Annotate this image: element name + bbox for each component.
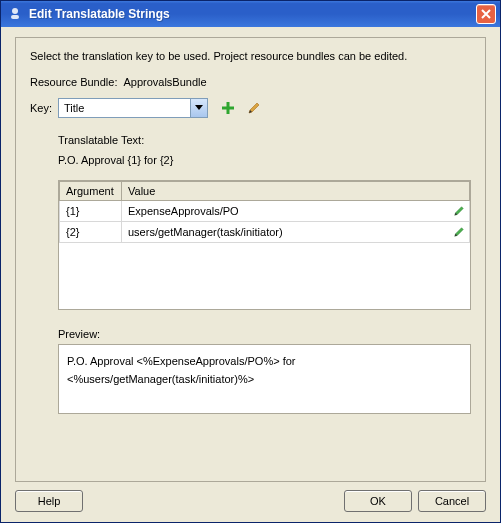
- edit-value-button[interactable]: [452, 204, 466, 218]
- col-header-value: Value: [122, 182, 470, 201]
- preview-text: P.O. Approval <%ExpenseApprovals/PO%> fo…: [67, 355, 295, 385]
- translatable-text-value: P.O. Approval {1} for {2}: [58, 154, 471, 166]
- window-title: Edit Translatable Strings: [29, 7, 476, 21]
- arg-cell: {1}: [60, 201, 122, 222]
- ok-button[interactable]: OK: [344, 490, 412, 512]
- table-row: {1} ExpenseApprovals/PO: [60, 201, 470, 222]
- close-button[interactable]: [476, 4, 496, 24]
- svg-rect-3: [222, 107, 234, 110]
- preview-label: Preview:: [58, 328, 471, 340]
- preview-box: P.O. Approval <%ExpenseApprovals/PO%> fo…: [58, 344, 471, 414]
- value-cell[interactable]: users/getManager(task/initiator): [122, 222, 470, 243]
- key-combobox[interactable]: Title: [58, 98, 208, 118]
- chevron-down-icon: [190, 99, 207, 117]
- cancel-button[interactable]: Cancel: [418, 490, 486, 512]
- translatable-text-label: Translatable Text:: [58, 134, 471, 146]
- arguments-table: Argument Value {1} ExpenseApprovals/PO: [58, 180, 471, 310]
- edit-value-button[interactable]: [452, 225, 466, 239]
- help-button[interactable]: Help: [15, 490, 83, 512]
- arg-cell: {2}: [60, 222, 122, 243]
- resource-bundle-value: ApprovalsBundle: [123, 76, 206, 88]
- add-key-button[interactable]: [220, 100, 236, 116]
- svg-rect-1: [11, 15, 19, 19]
- svg-point-0: [12, 8, 18, 14]
- value-text: ExpenseApprovals/PO: [128, 205, 239, 217]
- edit-key-button[interactable]: [246, 100, 262, 116]
- col-header-argument: Argument: [60, 182, 122, 201]
- key-selected-value: Title: [59, 99, 190, 117]
- resource-bundle-label: Resource Bundle:: [30, 76, 117, 88]
- app-icon: [7, 6, 23, 22]
- instruction-text: Select the translation key to be used. P…: [30, 50, 471, 62]
- table-row: {2} users/getManager(task/initiator): [60, 222, 470, 243]
- value-cell[interactable]: ExpenseApprovals/PO: [122, 201, 470, 222]
- key-label: Key:: [30, 102, 52, 114]
- value-text: users/getManager(task/initiator): [128, 226, 283, 238]
